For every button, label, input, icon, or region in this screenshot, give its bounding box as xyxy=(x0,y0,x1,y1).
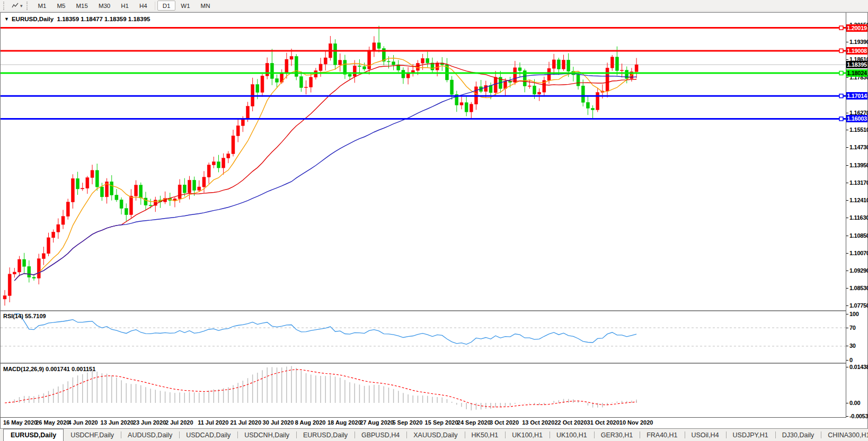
candle-body xyxy=(334,44,337,65)
candle-body xyxy=(621,70,624,71)
date-axis[interactable]: 16 May 202026 May 20204 Jun 202013 Jun 2… xyxy=(1,418,846,428)
candle-body xyxy=(586,102,589,108)
candle-body xyxy=(227,154,230,158)
symbol-period-label: EURUSD,Daily xyxy=(12,16,54,22)
candle-body xyxy=(299,77,303,88)
candle-body xyxy=(236,125,240,136)
toolbar-grip[interactable] xyxy=(26,2,31,10)
candle-body xyxy=(178,185,181,199)
chart-tab-gbpusd-h4[interactable]: GBPUSD,H4 xyxy=(355,429,406,441)
hline-price-label: 1.20019 xyxy=(846,24,867,32)
macd-histogram xyxy=(5,366,636,411)
candle-body xyxy=(61,217,65,224)
chart-tab-ger30-h1[interactable]: GER30,H1 xyxy=(594,429,640,441)
rsi-tick: 0 xyxy=(846,357,853,364)
price-tick: 1.14730 xyxy=(846,144,868,151)
chart-tab-xauusd-daily[interactable]: XAUUSD,Daily xyxy=(406,429,464,441)
chart-title: ▼EURUSD,Daily 1.18359 1.18477 1.18359 1.… xyxy=(4,16,150,22)
candle-body xyxy=(217,162,220,168)
line-handle[interactable] xyxy=(839,117,843,121)
collapse-icon[interactable]: ▼ xyxy=(4,16,9,22)
panel-separator[interactable] xyxy=(1,310,846,311)
timeframe-button-w1[interactable]: W1 xyxy=(175,1,195,11)
chart-tab-usdjpy-h1[interactable]: USDJPY,H1 xyxy=(726,429,775,441)
line-handle[interactable] xyxy=(839,94,843,98)
chart-tab-hk50-h1[interactable]: HK50,H1 xyxy=(465,429,506,441)
rsi-label: RSI(14) 55.7109 xyxy=(3,313,46,319)
chart-tab-usdcnh-daily[interactable]: USDCNH,Daily xyxy=(237,429,296,441)
line-handle[interactable] xyxy=(839,26,843,30)
candle-body xyxy=(513,68,517,83)
candle-body xyxy=(518,68,521,71)
candle-body xyxy=(115,195,118,200)
chart-tab-usdcad-daily[interactable]: USDCAD,Daily xyxy=(179,429,237,441)
timeframe-button-m1[interactable]: M1 xyxy=(33,1,52,11)
candle-body xyxy=(270,63,273,78)
candle-body xyxy=(533,86,536,94)
timeframe-button-h1[interactable]: H1 xyxy=(116,1,134,11)
rsi-tick: 70 xyxy=(846,325,856,331)
timeframe-button-m15[interactable]: M15 xyxy=(71,1,93,11)
date-label: 26 May 2020 xyxy=(36,419,69,426)
candle-body xyxy=(81,188,84,189)
timeframe-button-mn[interactable]: MN xyxy=(196,1,216,11)
candle-body xyxy=(91,170,94,178)
chart-tab-fra40-h1[interactable]: FRA40,H1 xyxy=(640,429,684,441)
candle-body xyxy=(377,43,380,49)
chart-tab-eurusd-daily[interactable]: EURUSD,Daily xyxy=(296,429,355,441)
candle-body xyxy=(591,109,595,110)
date-label: 30 Jul 2020 xyxy=(263,419,294,426)
candle-body xyxy=(173,199,176,200)
price-axis[interactable]: 1.201501.193901.186101.178301.162701.155… xyxy=(846,13,867,418)
candle-body xyxy=(319,64,322,70)
price-tick: 1.10070 xyxy=(846,250,868,257)
candles xyxy=(3,26,638,306)
chart-tab-audusd-daily[interactable]: AUDUSD,Daily xyxy=(121,429,179,441)
panel-separator[interactable] xyxy=(1,363,846,364)
line-handle[interactable] xyxy=(839,71,843,75)
candle-body xyxy=(358,66,361,66)
date-label: 11 Jul 2020 xyxy=(198,419,228,426)
chart-tab-usdchf-daily[interactable]: USDCHF,Daily xyxy=(64,429,121,441)
candle-body xyxy=(28,266,31,277)
chart-tab-uk100-h1[interactable]: UK100,H1 xyxy=(505,429,550,441)
chart-tab-dj30-daily[interactable]: DJ30,Daily xyxy=(775,429,821,441)
candle-body xyxy=(402,70,405,78)
candle-body xyxy=(198,187,201,190)
date-label: 5 Sep 2020 xyxy=(392,419,422,426)
chart-tool-icon[interactable]: ▾ xyxy=(10,1,25,11)
chart-canvas[interactable] xyxy=(1,13,846,418)
chart-tab-china300-h1[interactable]: CHINA300,H1 xyxy=(821,429,868,441)
candle-body xyxy=(66,202,69,217)
candle-body xyxy=(596,93,599,110)
date-label: 13 Oct 2020 xyxy=(522,419,554,426)
timeframe-button-d1[interactable]: D1 xyxy=(157,1,176,11)
candle-body xyxy=(387,61,390,62)
line-handle[interactable] xyxy=(839,49,843,52)
hline-price-label: 1.19008 xyxy=(846,47,867,55)
timeframe-button-m30[interactable]: M30 xyxy=(93,1,116,11)
hline-price-label: 1.17014 xyxy=(846,92,867,100)
candle-body xyxy=(265,63,269,76)
date-label: 2 Jul 2020 xyxy=(165,419,193,426)
toolbar-separator xyxy=(155,2,155,10)
candle-body xyxy=(183,185,186,193)
chart-tab-bar: EURUSD,DailyUSDCHF,DailyAUDUSD,DailyUSDC… xyxy=(0,428,868,441)
trading-terminal: { "toolbar": { "tool_caret_icon": "▾", "… xyxy=(0,0,868,441)
candle-body xyxy=(416,63,419,70)
candle-body xyxy=(489,85,492,93)
candle-body xyxy=(232,136,235,154)
chart-tab-usoil-h4[interactable]: USOil,H4 xyxy=(685,429,726,441)
chart-tab-eurusd-daily[interactable]: EURUSD,Daily xyxy=(3,429,64,441)
timeframe-button-m5[interactable]: M5 xyxy=(52,1,71,11)
date-label: 4 Jun 2020 xyxy=(68,419,98,426)
candle-body xyxy=(144,198,147,205)
candle-body xyxy=(484,85,488,92)
candle-body xyxy=(32,277,36,278)
timeframe-button-h4[interactable]: H4 xyxy=(134,1,153,11)
date-label: 18 Aug 2020 xyxy=(327,419,361,426)
candle-body xyxy=(465,103,468,112)
toolbar-grip[interactable] xyxy=(3,2,8,10)
chart-tab-uk100-h1[interactable]: UK100,H1 xyxy=(550,429,594,441)
candle-body xyxy=(222,158,225,168)
